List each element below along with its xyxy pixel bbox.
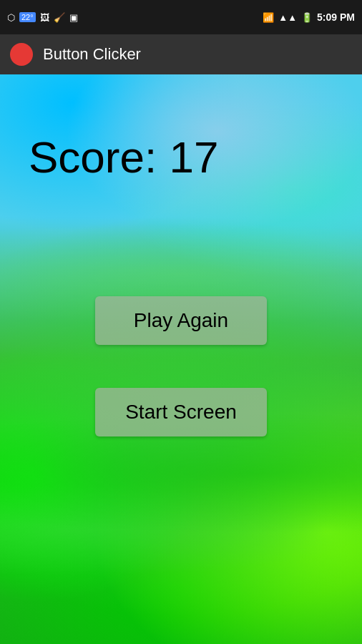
play-again-button[interactable]: Play Again (95, 296, 267, 345)
app-icon (10, 43, 33, 66)
signal-icon: ▲▲ (278, 12, 297, 23)
media-icon: ▣ (69, 12, 78, 23)
action-bar: Button Clicker (0, 34, 362, 74)
temp-icon: 22° (19, 12, 36, 22)
status-right-icons: 📶 ▲▲ 🔋 5:09 PM (263, 11, 355, 23)
time-display: 5:09 PM (317, 11, 355, 23)
wifi-icon: 📶 (263, 12, 274, 23)
broom-icon: 🧹 (54, 12, 65, 23)
buttons-container: Play Again Start Screen (95, 296, 267, 436)
app-title: Button Clicker (43, 45, 141, 64)
main-content: Score: 17 Play Again Start Screen (0, 74, 362, 644)
status-bar: ⬡ 22° 🖼 🧹 ▣ 📶 ▲▲ 🔋 5:09 PM (0, 0, 362, 34)
battery-icon: 🔋 (301, 12, 313, 23)
status-left-icons: ⬡ 22° 🖼 🧹 ▣ (7, 12, 78, 23)
image-icon: 🖼 (40, 12, 49, 23)
usb-icon: ⬡ (7, 12, 15, 23)
score-display: Score: 17 (0, 132, 362, 182)
start-screen-button[interactable]: Start Screen (95, 388, 267, 436)
